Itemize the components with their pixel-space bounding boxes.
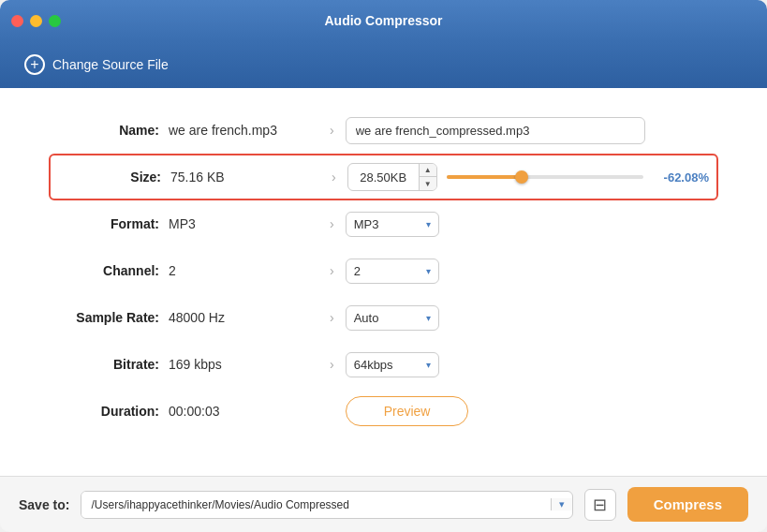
channel-dropdown-value: 2: [354, 264, 419, 278]
channel-dropdown[interactable]: 2 ▾: [346, 259, 439, 284]
channel-arrow-icon: ›: [330, 263, 334, 278]
channel-original: 2: [169, 263, 318, 278]
size-percent-label: -62.08%: [653, 170, 709, 185]
size-slider-thumb[interactable]: [515, 170, 528, 184]
samplerate-control: Auto ▾: [346, 305, 711, 331]
preview-button[interactable]: Preview: [346, 396, 469, 426]
bitrate-label: Bitrate:: [56, 357, 159, 372]
bitrate-original: 169 kbps: [169, 357, 318, 372]
bitrate-row: Bitrate: 169 kbps › 64kbps ▾: [56, 341, 711, 388]
footer: Save to: ▾ ⊟ Compress: [0, 476, 767, 532]
format-control: MP3 ▾: [346, 212, 711, 237]
name-output-input[interactable]: [346, 117, 645, 144]
channel-row: Channel: 2 › 2 ▾: [56, 247, 711, 294]
change-source-button[interactable]: + Change Source File: [15, 49, 178, 81]
save-path-container: ▾: [81, 491, 572, 519]
title-bar: Audio Compressor: [0, 0, 767, 41]
duration-control: Preview: [346, 396, 711, 426]
close-button[interactable]: [11, 15, 23, 27]
size-slider-fill: [447, 175, 522, 179]
format-label: Format:: [56, 216, 159, 231]
save-path-input[interactable]: [81, 492, 550, 518]
bitrate-dropdown[interactable]: 64kbps ▾: [346, 352, 439, 377]
app-title: Audio Compressor: [324, 13, 442, 28]
duration-row: Duration: 00:00:03 › Preview: [56, 388, 711, 435]
samplerate-label: Sample Rate:: [56, 310, 159, 325]
format-original: MP3: [169, 216, 318, 231]
format-dropdown[interactable]: MP3 ▾: [346, 212, 439, 237]
name-arrow-icon: ›: [330, 123, 334, 138]
format-row: Format: MP3 › MP3 ▾: [56, 200, 711, 247]
toolbar: + Change Source File: [0, 41, 767, 88]
channel-control: 2 ▾: [346, 259, 711, 284]
compress-button[interactable]: Compress: [627, 487, 748, 522]
traffic-lights: [11, 15, 61, 27]
name-label: Name:: [56, 123, 159, 138]
minimize-button[interactable]: [30, 15, 42, 27]
channel-dropdown-arrow-icon: ▾: [426, 266, 431, 276]
name-control: [346, 117, 711, 144]
bitrate-arrow-icon: ›: [330, 357, 334, 372]
size-spin-input[interactable]: [348, 170, 419, 185]
folder-icon: ⊟: [593, 495, 607, 515]
samplerate-dropdown-value: Auto: [354, 311, 419, 325]
size-slider-track[interactable]: [447, 175, 643, 179]
maximize-button[interactable]: [49, 15, 61, 27]
bitrate-control: 64kbps ▾: [346, 352, 711, 377]
folder-button[interactable]: ⊟: [584, 489, 616, 521]
main-content: Name: we are french.mp3 › Size: 75.16 KB…: [0, 88, 767, 476]
size-row: Size: 75.16 KB › ▲ ▼ -62.08%: [49, 154, 718, 200]
format-dropdown-arrow-icon: ▾: [426, 219, 431, 229]
duration-label: Duration:: [56, 404, 159, 419]
samplerate-dropdown-arrow-icon: ▾: [426, 313, 431, 323]
duration-original: 00:00:03: [169, 404, 318, 419]
save-to-label: Save to:: [19, 497, 69, 512]
name-original: we are french.mp3: [169, 123, 318, 138]
samplerate-original: 48000 Hz: [169, 310, 318, 325]
size-spin-buttons: ▲ ▼: [419, 164, 436, 190]
samplerate-arrow-icon: ›: [330, 310, 334, 325]
size-control: ▲ ▼ -62.08%: [347, 163, 709, 191]
channel-label: Channel:: [56, 263, 159, 278]
size-spin-down[interactable]: ▼: [420, 177, 436, 190]
format-arrow-icon: ›: [330, 216, 334, 231]
plus-circle-icon: +: [24, 54, 45, 75]
size-slider-container: -62.08%: [447, 170, 709, 185]
change-source-label: Change Source File: [52, 57, 169, 72]
format-dropdown-value: MP3: [354, 217, 419, 231]
bitrate-dropdown-arrow-icon: ▾: [426, 360, 431, 370]
size-original: 75.16 KB: [170, 170, 320, 185]
size-spin-up[interactable]: ▲: [420, 164, 436, 177]
samplerate-dropdown[interactable]: Auto ▾: [346, 305, 439, 331]
save-path-dropdown-arrow-icon[interactable]: ▾: [551, 498, 572, 510]
size-spinner[interactable]: ▲ ▼: [347, 163, 437, 191]
samplerate-row: Sample Rate: 48000 Hz › Auto ▾: [56, 294, 711, 341]
name-row: Name: we are french.mp3 ›: [56, 107, 711, 154]
size-arrow-icon: ›: [332, 170, 336, 185]
size-label: Size:: [58, 170, 161, 185]
bitrate-dropdown-value: 64kbps: [354, 358, 419, 372]
